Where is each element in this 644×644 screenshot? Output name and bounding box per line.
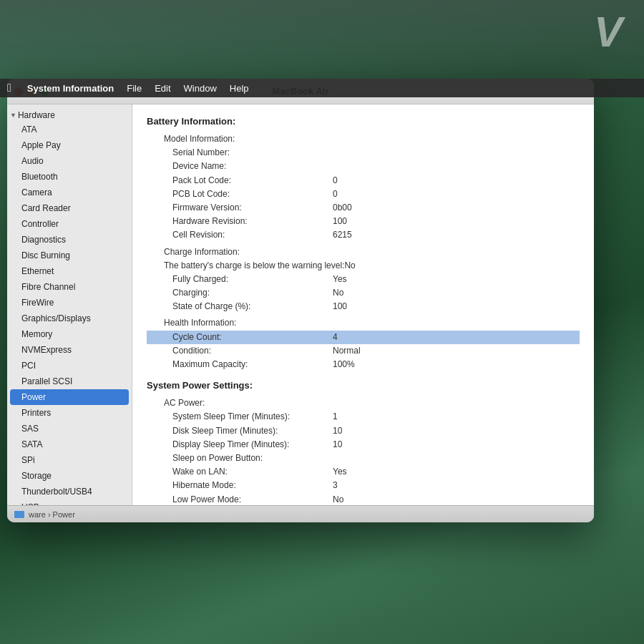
- pack-lot-value: 0: [333, 174, 338, 187]
- sidebar-item-firewire[interactable]: FireWire: [7, 295, 132, 311]
- charging-row: Charging: No: [147, 286, 580, 300]
- sidebar-item-nvmexpress[interactable]: NVMExpress: [7, 342, 132, 358]
- ac-power-label: AC Power:: [147, 396, 333, 410]
- ac-low-power-row: Low Power Mode: No: [147, 493, 580, 506]
- sidebar-item-camera[interactable]: Camera: [7, 185, 132, 200]
- firmware-version-row: Firmware Version: 0b00: [147, 201, 580, 215]
- firmware-version-value: 0b00: [333, 201, 352, 215]
- condition-label: Condition:: [147, 344, 333, 358]
- sidebar-section-hardware[interactable]: ▼ Hardware: [7, 109, 132, 122]
- device-name-row: Device Name:: [147, 160, 580, 173]
- status-bar: ware › Power: [7, 505, 594, 522]
- hardware-revision-value: 100: [333, 215, 347, 228]
- charge-info-label: Charge Information:: [147, 245, 333, 259]
- max-capacity-label: Maximum Capacity:: [147, 358, 333, 371]
- ac-system-sleep-value: 1: [333, 410, 338, 424]
- pcb-lot-label: PCB Lot Code:: [147, 187, 333, 201]
- device-name-label: Device Name:: [147, 160, 333, 173]
- pack-lot-label: Pack Lot Code:: [147, 174, 333, 187]
- ac-wake-lan-value: Yes: [333, 465, 347, 479]
- sidebar-item-graphicsdisplays[interactable]: Graphics/Displays: [7, 311, 132, 326]
- serial-number-row: Serial Number:: [147, 146, 580, 160]
- status-bar-icon: [14, 511, 24, 518]
- ac-low-power-label: Low Power Mode:: [147, 493, 333, 506]
- max-capacity-value: 100%: [333, 358, 355, 371]
- hardware-revision-row: Hardware Revision: 100: [147, 215, 580, 228]
- sidebar-item-bluetooth[interactable]: Bluetooth: [7, 169, 132, 185]
- sidebar-item-thunderbolt[interactable]: Thunderbolt/USB4: [7, 484, 132, 499]
- ac-disk-sleep-value: 10: [333, 424, 342, 438]
- sidebar-item-fibrechannel[interactable]: Fibre Channel: [7, 279, 132, 295]
- warning-level-label: The battery's charge is below the warnin…: [147, 259, 344, 273]
- menu-edit[interactable]: Edit: [155, 83, 170, 94]
- sidebar-item-memory[interactable]: Memory: [7, 326, 132, 342]
- menu-help[interactable]: Help: [230, 83, 249, 94]
- menu-window[interactable]: Window: [184, 83, 217, 94]
- sidebar-item-controller[interactable]: Controller: [7, 216, 132, 232]
- sidebar-item-discburning[interactable]: Disc Burning: [7, 248, 132, 263]
- charge-info-group: Charge Information: The battery's charge…: [147, 245, 580, 314]
- sidebar[interactable]: ▼ Hardware ATA Apple Pay Audio Bluetooth…: [7, 104, 132, 505]
- ac-system-sleep-row: System Sleep Timer (Minutes): 1: [147, 410, 580, 424]
- max-capacity-row: Maximum Capacity: 100%: [147, 358, 580, 371]
- sidebar-item-spi[interactable]: SPi: [7, 452, 132, 468]
- ac-wake-lan-label: Wake on LAN:: [147, 465, 333, 479]
- sidebar-item-printers[interactable]: Printers: [7, 405, 132, 421]
- apple-menu-icon[interactable]: : [7, 82, 11, 94]
- sidebar-item-power[interactable]: Power: [10, 389, 129, 405]
- main-content: Battery Information: Model Information: …: [132, 104, 594, 505]
- health-info-label: Health Information:: [147, 316, 333, 330]
- hardware-arrow-icon: ▼: [10, 112, 16, 119]
- ac-display-sleep-value: 10: [333, 438, 342, 452]
- ac-hibernate-row: Hibernate Mode: 3: [147, 479, 580, 492]
- menu-file[interactable]: File: [127, 83, 142, 94]
- condition-row: Condition: Normal: [147, 344, 580, 358]
- sidebar-item-sata[interactable]: SATA: [7, 436, 132, 452]
- sidebar-item-sas[interactable]: SAS: [7, 421, 132, 436]
- state-of-charge-label: State of Charge (%):: [147, 300, 333, 313]
- sidebar-item-cardreader[interactable]: Card Reader: [7, 200, 132, 216]
- ac-wake-lan-row: Wake on LAN: Yes: [147, 465, 580, 479]
- cycle-count-row[interactable]: Cycle Count: 4: [147, 331, 580, 344]
- sidebar-item-storage[interactable]: Storage: [7, 468, 132, 484]
- sidebar-item-ata[interactable]: ATA: [7, 122, 132, 137]
- condition-value: Normal: [333, 344, 361, 358]
- ac-power-header-row: AC Power:: [147, 396, 580, 410]
- ac-sleep-power-button-row: Sleep on Power Button:: [147, 452, 580, 465]
- ac-display-sleep-row: Display Sleep Timer (Minutes): 10: [147, 438, 580, 452]
- menu-system-information[interactable]: System Information: [27, 83, 114, 94]
- pcb-lot-value: 0: [333, 187, 338, 201]
- menu-bar:  System Information File Edit Window He…: [0, 79, 644, 97]
- sidebar-item-ethernet[interactable]: Ethernet: [7, 263, 132, 279]
- cycle-count-label: Cycle Count:: [147, 331, 333, 344]
- sidebar-item-applepay[interactable]: Apple Pay: [7, 137, 132, 153]
- model-info-group: Model Information: Serial Number: Device…: [147, 132, 580, 243]
- sidebar-item-usb[interactable]: USB: [7, 499, 132, 505]
- charge-info-header-row: Charge Information:: [147, 245, 580, 259]
- state-of-charge-value: 100: [333, 300, 347, 313]
- ac-display-sleep-label: Display Sleep Timer (Minutes):: [147, 438, 333, 452]
- sidebar-item-pci[interactable]: PCI: [7, 358, 132, 374]
- warning-level-value: No: [344, 259, 355, 273]
- serial-number-label: Serial Number:: [147, 146, 333, 160]
- warning-level-row: The battery's charge is below the warnin…: [147, 259, 580, 273]
- sidebar-item-parallelscsi[interactable]: Parallel SCSI: [7, 374, 132, 389]
- health-info-group: Health Information: Cycle Count: 4 Condi…: [147, 316, 580, 371]
- state-of-charge-row: State of Charge (%): 100: [147, 300, 580, 313]
- app-window: MacBook Air ▼ Hardware ATA Apple Pay Aud…: [7, 79, 594, 522]
- cell-revision-value: 6215: [333, 228, 352, 242]
- ac-disk-sleep-row: Disk Sleep Timer (Minutes): 10: [147, 424, 580, 438]
- sidebar-item-audio[interactable]: Audio: [7, 153, 132, 169]
- ac-low-power-value: No: [333, 493, 343, 506]
- fully-charged-row: Fully Charged: Yes: [147, 273, 580, 286]
- model-info-label: Model Information:: [147, 132, 333, 146]
- ac-hibernate-label: Hibernate Mode:: [147, 479, 333, 492]
- top-decoration: [0, 0, 644, 79]
- fully-charged-value: Yes: [333, 273, 347, 286]
- window-body: ▼ Hardware ATA Apple Pay Audio Bluetooth…: [7, 104, 594, 505]
- sidebar-item-diagnostics[interactable]: Diagnostics: [7, 232, 132, 248]
- charging-label: Charging:: [147, 286, 333, 300]
- status-bar-breadcrumb: ware › Power: [29, 510, 75, 519]
- logo-decoration: V: [594, 7, 623, 57]
- hardware-revision-label: Hardware Revision:: [147, 215, 333, 228]
